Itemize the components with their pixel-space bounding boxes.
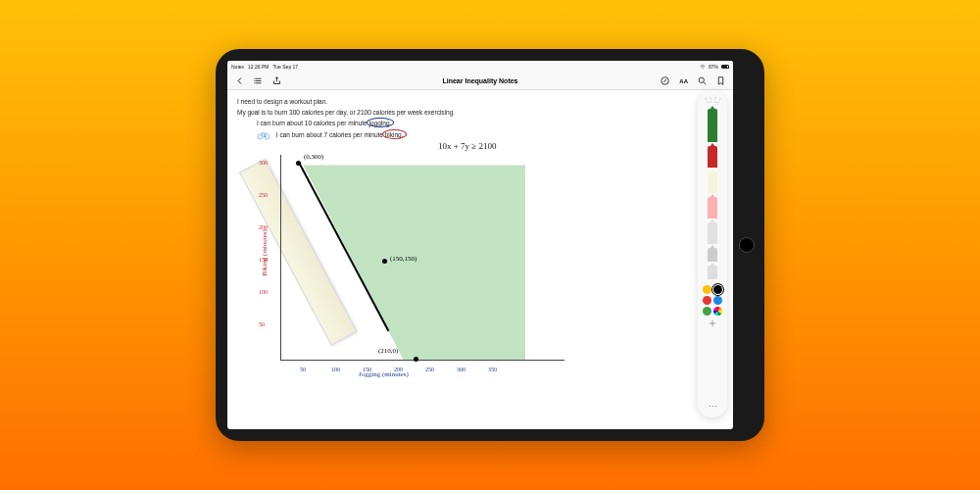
bike-icon <box>257 130 270 140</box>
svg-point-0 <box>703 68 704 69</box>
svg-point-5 <box>699 77 704 82</box>
bookmark-icon[interactable] <box>716 76 725 85</box>
pencil-tool[interactable] <box>708 197 717 219</box>
eraser-tool[interactable] <box>708 222 717 244</box>
point-label: (150,150) <box>390 255 416 263</box>
undo-icon[interactable] <box>705 96 711 103</box>
note-line: My goal is to burn 300 calories per day,… <box>237 109 723 116</box>
data-point <box>414 357 418 362</box>
color-yellow[interactable] <box>703 285 711 294</box>
equation: 10x + 7y ≥ 2100 <box>438 141 497 151</box>
battery-pct: 87% <box>709 64 718 70</box>
color-black[interactable] <box>713 285 722 294</box>
ipad-device: Notes 12:26 PM Tue Sep 17 87% Linear Ine… <box>216 49 764 441</box>
note-bullet: I can burn about 7 calories per minute b… <box>257 130 723 140</box>
status-date: Tue Sep 17 <box>272 64 298 70</box>
graph: Biking (minutes) Jogging (minutes) 300 2… <box>241 155 564 380</box>
y-axis-label: Biking (minutes) <box>261 229 269 276</box>
page-title: Linear Inequality Notes <box>442 77 517 84</box>
highlighter-tool[interactable] <box>708 172 717 193</box>
battery-icon <box>721 65 729 69</box>
home-button[interactable] <box>739 237 755 253</box>
y-tick: 50 <box>259 321 265 327</box>
y-axis <box>280 155 281 361</box>
y-tick: 150 <box>259 257 268 263</box>
y-tick: 300 <box>259 160 268 166</box>
note-bullet: I can burn about 10 calories per minute … <box>257 120 723 126</box>
note-line: I need to design a workout plan. <box>237 98 723 105</box>
screen: Notes 12:26 PM Tue Sep 17 87% Linear Ine… <box>227 61 733 429</box>
wifi-icon <box>700 65 706 70</box>
add-icon[interactable] <box>709 319 716 327</box>
x-tick: 50 <box>300 367 306 372</box>
color-picker[interactable] <box>713 307 722 316</box>
x-tick: 350 <box>488 367 497 372</box>
redo-icon[interactable] <box>714 96 721 103</box>
color-green[interactable] <box>703 307 711 316</box>
y-tick: 100 <box>259 289 268 295</box>
x-tick: 100 <box>331 367 340 372</box>
keyword-biking: biking. <box>385 131 404 138</box>
x-tick: 300 <box>457 367 466 372</box>
ruler-palette-tool[interactable] <box>708 266 717 279</box>
x-tick: 200 <box>394 367 403 372</box>
color-red[interactable] <box>703 296 711 305</box>
point-label: (0,300) <box>304 153 323 161</box>
color-swatches <box>703 285 722 316</box>
marker-tool[interactable] <box>708 146 717 168</box>
share-icon[interactable] <box>272 76 281 85</box>
toolbar: Linear Inequality Notes AA <box>227 73 733 90</box>
y-tick: 200 <box>259 224 268 230</box>
pen-tool[interactable] <box>708 109 717 142</box>
y-tick: 250 <box>259 192 268 198</box>
data-point <box>296 161 301 166</box>
note-content[interactable]: I need to design a workout plan. My goal… <box>227 90 733 429</box>
svg-point-1 <box>254 78 255 79</box>
data-point <box>382 259 387 264</box>
status-bar: Notes 12:26 PM Tue Sep 17 87% <box>227 61 733 73</box>
color-blue[interactable] <box>713 296 722 305</box>
svg-point-3 <box>254 82 255 83</box>
back-icon[interactable] <box>235 76 244 85</box>
text-size-icon[interactable]: AA <box>679 78 688 84</box>
list-icon[interactable] <box>254 76 263 85</box>
search-icon[interactable] <box>698 76 707 85</box>
back-app-label[interactable]: Notes <box>231 64 244 70</box>
point-label: (210,0) <box>378 347 398 355</box>
pencil-palette[interactable]: ⋯ <box>698 90 727 417</box>
more-icon[interactable]: ⋯ <box>709 402 717 412</box>
x-tick: 250 <box>425 367 434 372</box>
x-axis <box>280 360 564 361</box>
x-tick: 150 <box>363 367 371 372</box>
svg-point-2 <box>254 80 255 81</box>
status-time: 12:26 PM <box>248 64 269 70</box>
keyword-jogging: jogging. <box>369 120 392 126</box>
lasso-tool[interactable] <box>708 248 717 262</box>
markup-icon[interactable] <box>661 76 669 85</box>
